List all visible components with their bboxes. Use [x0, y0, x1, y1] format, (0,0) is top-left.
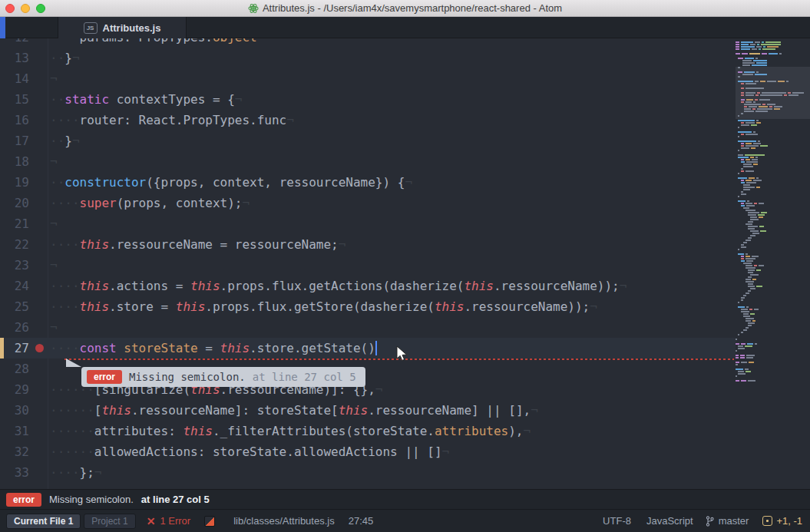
atom-window: Attributes.js - /Users/iam4x/savemysmart… — [0, 0, 810, 532]
code-line-14[interactable]: 14¬ — [0, 68, 736, 89]
code-line-33[interactable]: 33····};¬ — [0, 462, 736, 483]
line-number: 21 — [0, 213, 48, 234]
git-branch-icon — [706, 516, 714, 527]
code-line-26[interactable]: 26¬ — [0, 317, 736, 338]
error-count-label: 1 Error — [160, 515, 190, 527]
line-number: 14 — [0, 68, 48, 89]
language-selector[interactable]: JavaScript — [646, 515, 693, 527]
code-line-17[interactable]: 17··}¬ — [0, 131, 736, 151]
code-lines: 12····params: PropTypes.object13··}¬14¬1… — [0, 38, 736, 483]
git-diff-counts: +1, -1 — [776, 515, 802, 527]
minimap[interactable] — [736, 41, 810, 471]
mouse-cursor — [396, 345, 408, 362]
code-line-24[interactable]: 24····this.actions = this.props.flux.get… — [0, 276, 736, 296]
line-number: 31 — [0, 421, 48, 441]
code-line-15[interactable]: 15··static contextTypes = {¬ — [0, 89, 736, 110]
line-number: 26 — [0, 317, 48, 338]
javascript-file-icon: JS — [84, 22, 98, 34]
code-line-13[interactable]: 13··}¬ — [0, 48, 736, 68]
tab-label: Attributes.js — [103, 22, 161, 34]
code-line-16[interactable]: 16····router: React.PropTypes.func¬ — [0, 110, 736, 131]
atom-logo-icon — [248, 3, 259, 14]
code-editor[interactable]: 12····params: PropTypes.object13··}¬14¬1… — [0, 38, 810, 489]
git-modified-gutter-marker — [0, 338, 4, 359]
git-diff-icon — [762, 516, 772, 526]
line-number: 32 — [0, 441, 48, 462]
encoding-selector[interactable]: UTF-8 — [603, 515, 631, 527]
line-number: 30 — [0, 400, 48, 421]
titlebar[interactable]: Attributes.js - /Users/iam4x/savemysmart… — [0, 0, 810, 17]
line-number: 17 — [0, 131, 48, 151]
branch-name: master — [719, 515, 749, 527]
code-line-30[interactable]: 30······[this.ressourceName]: storeState… — [0, 400, 736, 421]
project-filter-button[interactable]: Project 1 — [84, 514, 135, 529]
cursor-position[interactable]: 27:45 — [349, 515, 374, 527]
git-branch: master — [706, 515, 749, 527]
code-line-19[interactable]: 19··constructor({props, context, ressour… — [0, 172, 736, 193]
error-badge: error — [87, 370, 122, 384]
line-number: 29 — [0, 379, 48, 400]
window-title-group: Attributes.js - /Users/iam4x/savemysmart… — [248, 2, 562, 14]
code-line-12[interactable]: 12····params: PropTypes.object — [0, 38, 736, 48]
code-line-27[interactable]: 27····const storeState = this.store.getS… — [0, 338, 736, 359]
error-location: at line 27 col 5 — [253, 371, 356, 383]
code-line-23[interactable]: 23¬ — [0, 255, 736, 276]
linter-message: Missing semicolon. — [49, 494, 134, 505]
line-number: 19 — [0, 172, 48, 193]
linter-panel[interactable]: error Missing semicolon. at line 27 col … — [0, 489, 810, 509]
code-line-21[interactable]: 21¬ — [0, 213, 736, 234]
code-line-25[interactable]: 25····this.store = this.props.flux.getSt… — [0, 296, 736, 317]
line-number: 24 — [0, 276, 48, 296]
code-line-22[interactable]: 22····this.ressourceName = ressourceName… — [0, 234, 736, 255]
line-number: 15 — [0, 89, 48, 110]
close-window-button[interactable] — [5, 4, 15, 13]
tab-attributes-js[interactable]: JS Attributes.js — [58, 17, 187, 38]
line-number: 22 — [0, 234, 48, 255]
error-badge: error — [6, 493, 41, 507]
text-caret — [375, 341, 377, 355]
line-number: 18 — [0, 151, 48, 172]
linter-toggle-icon[interactable] — [204, 516, 215, 527]
line-number: 12 — [0, 38, 48, 48]
line-number: 16 — [0, 110, 48, 131]
line-number: 25 — [0, 296, 48, 317]
error-message: Missing semicolon. — [129, 371, 246, 383]
linter-error-gutter-dot[interactable] — [35, 344, 44, 352]
traffic-lights — [5, 4, 45, 13]
line-number: 28 — [0, 359, 48, 379]
minimap-viewport-overlay[interactable] — [736, 67, 810, 119]
statusbar-right: UTF-8 JavaScript master +1, -1 — [603, 515, 802, 527]
line-number: 13 — [0, 48, 48, 68]
linter-location[interactable]: at line 27 col 5 — [141, 494, 210, 505]
lint-error-tooltip: error Missing semicolon. at line 27 col … — [81, 367, 365, 387]
file-path[interactable]: lib/classes/Attributes.js — [233, 515, 335, 527]
pane-accent-bar — [0, 17, 5, 38]
code-line-20[interactable]: 20····super(props, context);¬ — [0, 193, 736, 213]
error-count[interactable]: ✕ 1 Error — [147, 515, 190, 527]
status-bar: Current File 1 Project 1 ✕ 1 Error lib/c… — [0, 509, 810, 532]
window-title: Attributes.js - /Users/iam4x/savemysmart… — [263, 2, 562, 14]
code-line-31[interactable]: 31······attributes: this._filterAttribut… — [0, 421, 736, 441]
git-diff-status: +1, -1 — [762, 515, 802, 527]
code-line-32[interactable]: 32······allowedActions: storeState.allow… — [0, 441, 736, 462]
tab-bar: JS Attributes.js — [0, 17, 810, 38]
minimize-window-button[interactable] — [21, 4, 30, 13]
zoom-window-button[interactable] — [36, 4, 45, 13]
current-file-filter-button[interactable]: Current File 1 — [6, 514, 81, 529]
line-number: 23 — [0, 255, 48, 276]
line-number: 20 — [0, 193, 48, 213]
code-line-18[interactable]: 18¬ — [0, 151, 736, 172]
line-number: 33 — [0, 462, 48, 483]
error-x-icon: ✕ — [147, 515, 156, 527]
